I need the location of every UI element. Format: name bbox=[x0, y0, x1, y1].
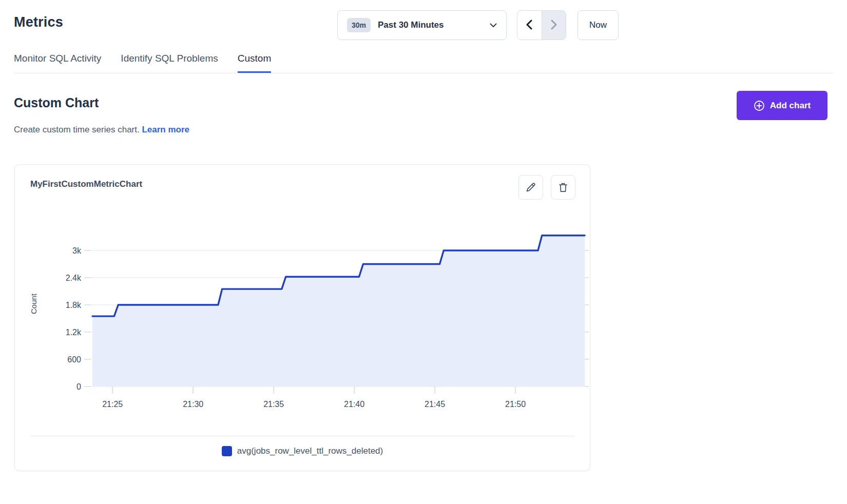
legend-label: avg(jobs_row_level_ttl_rows_deleted) bbox=[237, 446, 383, 456]
svg-text:2.4k: 2.4k bbox=[66, 274, 82, 282]
tab-monitor-sql-activity[interactable]: Monitor SQL Activity bbox=[14, 52, 101, 73]
svg-text:21:40: 21:40 bbox=[344, 400, 364, 409]
tab-bar: Monitor SQL Activity Identify SQL Proble… bbox=[14, 52, 271, 73]
now-button[interactable]: Now bbox=[578, 10, 619, 40]
svg-text:3k: 3k bbox=[72, 246, 82, 255]
previous-time-button[interactable] bbox=[517, 11, 542, 40]
chevron-right-icon bbox=[550, 20, 557, 31]
chevron-left-icon bbox=[526, 20, 533, 31]
plus-circle-icon bbox=[754, 100, 765, 111]
page-title: Metrics bbox=[14, 14, 63, 30]
learn-more-link[interactable]: Learn more bbox=[142, 125, 189, 134]
time-range-badge: 30m bbox=[347, 18, 371, 32]
chart-legend-item[interactable]: avg(jobs_row_level_ttl_rows_deleted) bbox=[15, 446, 590, 456]
svg-text:21:35: 21:35 bbox=[263, 400, 284, 409]
section-description-text: Create custom time series chart. bbox=[14, 125, 140, 134]
chevron-down-icon bbox=[490, 23, 497, 28]
tabs-divider bbox=[14, 73, 833, 73]
tab-custom[interactable]: Custom bbox=[238, 52, 271, 73]
section-description: Create custom time series chart. Learn m… bbox=[14, 125, 189, 135]
svg-text:21:30: 21:30 bbox=[183, 400, 203, 409]
time-range-dropdown[interactable]: 30m Past 30 Minutes bbox=[337, 10, 507, 40]
time-series-chart: 06001.2k1.8k2.4k3k21:2521:3021:3521:4021… bbox=[15, 165, 591, 421]
legend-swatch bbox=[222, 446, 232, 456]
svg-text:1.8k: 1.8k bbox=[66, 301, 82, 309]
time-range-label: Past 30 Minutes bbox=[378, 20, 444, 30]
card-divider bbox=[30, 436, 574, 436]
tab-identify-sql-problems[interactable]: Identify SQL Problems bbox=[121, 52, 218, 73]
metrics-page: Metrics 30m Past 30 Minutes Now Monitor … bbox=[0, 0, 847, 504]
svg-text:0: 0 bbox=[76, 382, 81, 391]
add-chart-label: Add chart bbox=[770, 101, 811, 111]
svg-text:21:25: 21:25 bbox=[102, 400, 123, 409]
svg-text:600: 600 bbox=[67, 355, 81, 364]
next-time-button[interactable] bbox=[542, 11, 566, 40]
svg-text:Count: Count bbox=[29, 293, 38, 314]
svg-text:21:45: 21:45 bbox=[425, 400, 445, 409]
section-title: Custom Chart bbox=[14, 95, 99, 110]
svg-text:1.2k: 1.2k bbox=[66, 328, 82, 337]
svg-text:21:50: 21:50 bbox=[505, 400, 526, 409]
time-nav-arrows bbox=[517, 10, 566, 40]
add-chart-button[interactable]: Add chart bbox=[737, 91, 827, 120]
custom-chart-card: MyFirstCustomMetricChart 06001.2k1.8k2.4… bbox=[14, 164, 590, 471]
